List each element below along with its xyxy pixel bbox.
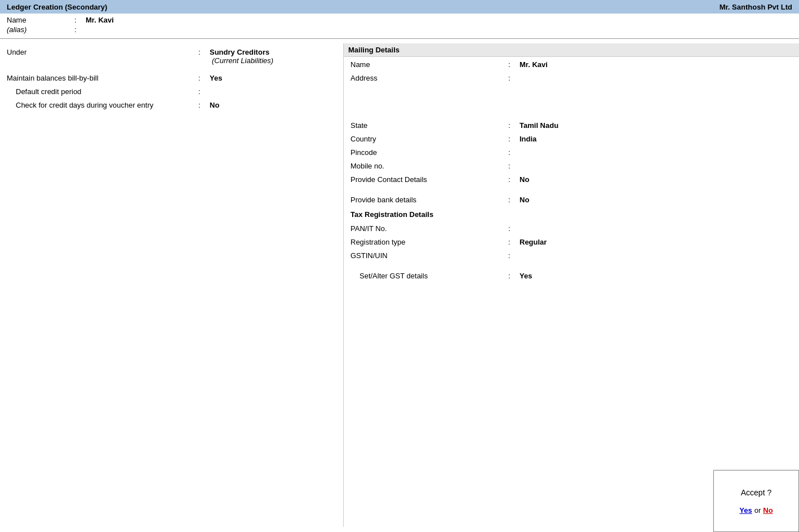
check-credit-value: No bbox=[210, 101, 219, 109]
under-value: Sundry Creditors (Current Liabilities) bbox=[210, 48, 273, 65]
under-value-sub: (Current Liabilities) bbox=[212, 56, 273, 65]
alias-row: (alias) : bbox=[7, 25, 792, 34]
mailing-name-colon: : bbox=[508, 60, 520, 69]
tax-reg-header-row: Tax Registration Details bbox=[350, 209, 792, 222]
mailing-content: Name : Mr. Kavi Address : State : Tamil … bbox=[344, 57, 799, 289]
pincode-colon: : bbox=[508, 148, 520, 157]
bank-details-value: No bbox=[520, 196, 529, 204]
mailing-address-colon: : bbox=[508, 74, 520, 82]
set-gst-value: Yes bbox=[520, 272, 532, 280]
contact-details-row: Provide Contact Details : No bbox=[350, 175, 792, 187]
accept-dialog: Accept ? Yes or No bbox=[713, 470, 799, 532]
state-label: State bbox=[350, 121, 508, 130]
pincode-row: Pincode : bbox=[350, 148, 792, 159]
gstin-row: GSTIN/UIN : bbox=[350, 251, 792, 263]
country-value: India bbox=[520, 135, 536, 143]
pan-label: PAN/IT No. bbox=[350, 224, 508, 233]
gstin-label: GSTIN/UIN bbox=[350, 251, 508, 260]
check-credit-label: Check for credit days during voucher ent… bbox=[7, 101, 198, 109]
name-value: Mr. Kavi bbox=[86, 16, 114, 24]
pan-colon: : bbox=[508, 224, 520, 233]
set-gst-row: Set/Alter GST details : Yes bbox=[350, 272, 792, 283]
name-colon: : bbox=[74, 16, 86, 24]
gap1 bbox=[350, 189, 792, 196]
pincode-label: Pincode bbox=[350, 148, 508, 157]
check-credit-row: Check for credit days during voucher ent… bbox=[7, 101, 336, 112]
main-divider bbox=[0, 38, 799, 39]
mailing-name-label: Name bbox=[350, 60, 508, 69]
mobile-row: Mobile no. : bbox=[350, 162, 792, 173]
bank-details-row: Provide bank details : No bbox=[350, 196, 792, 207]
country-row: Country : India bbox=[350, 135, 792, 146]
under-label: Under bbox=[7, 48, 198, 56]
left-gap1 bbox=[7, 67, 336, 74]
contact-details-value: No bbox=[520, 175, 529, 184]
main-content: Under : Sundry Creditors (Current Liabil… bbox=[0, 43, 799, 527]
reg-type-value: Regular bbox=[520, 238, 547, 246]
mailing-name-row: Name : Mr. Kavi bbox=[350, 60, 792, 72]
mobile-label: Mobile no. bbox=[350, 162, 508, 170]
bank-details-label: Provide bank details bbox=[350, 196, 508, 204]
under-colon: : bbox=[198, 48, 210, 56]
mailing-address-label: Address bbox=[350, 74, 508, 82]
window-title: Ledger Creation (Secondary) bbox=[7, 3, 107, 11]
default-credit-row: Default credit period : bbox=[7, 87, 336, 99]
check-credit-colon: : bbox=[198, 101, 210, 109]
reg-type-row: Registration type : Regular bbox=[350, 238, 792, 249]
gap2 bbox=[350, 265, 792, 272]
default-credit-colon: : bbox=[198, 87, 210, 96]
address-spacer bbox=[350, 87, 792, 121]
alias-colon: : bbox=[74, 25, 86, 34]
alias-label: (alias) bbox=[7, 25, 74, 34]
accept-title: Accept ? bbox=[741, 488, 771, 497]
accept-no-button[interactable]: No bbox=[763, 506, 773, 515]
default-credit-label: Default credit period bbox=[7, 87, 198, 96]
header-bar: Ledger Creation (Secondary) Mr. Santhosh… bbox=[0, 0, 799, 14]
set-gst-colon: : bbox=[508, 272, 520, 280]
gstin-colon: : bbox=[508, 251, 520, 260]
mobile-colon: : bbox=[508, 162, 520, 170]
left-panel: Under : Sundry Creditors (Current Liabil… bbox=[0, 43, 344, 527]
name-label: Name bbox=[7, 16, 74, 24]
mailing-name-value: Mr. Kavi bbox=[520, 60, 548, 69]
set-gst-label: Set/Alter GST details bbox=[350, 272, 508, 280]
accept-buttons: Yes or No bbox=[739, 506, 773, 515]
company-name: Mr. Santhosh Pvt Ltd bbox=[720, 3, 792, 11]
under-value-main: Sundry Creditors bbox=[210, 48, 269, 56]
country-label: Country bbox=[350, 135, 508, 143]
right-panel: Mailing Details Name : Mr. Kavi Address … bbox=[344, 43, 799, 527]
contact-details-colon: : bbox=[508, 175, 520, 184]
pan-row: PAN/IT No. : bbox=[350, 224, 792, 236]
accept-or-text: or bbox=[754, 506, 761, 515]
state-value: Tamil Nadu bbox=[520, 121, 558, 130]
tax-reg-header: Tax Registration Details bbox=[350, 209, 433, 220]
maintain-balances-value: Yes bbox=[210, 74, 222, 82]
reg-type-label: Registration type bbox=[350, 238, 508, 246]
under-field-row: Under : Sundry Creditors (Current Liabil… bbox=[7, 48, 336, 65]
state-row: State : Tamil Nadu bbox=[350, 121, 792, 132]
accept-yes-button[interactable]: Yes bbox=[739, 506, 752, 515]
name-row: Name : Mr. Kavi bbox=[7, 16, 792, 24]
country-colon: : bbox=[508, 135, 520, 143]
mailing-header: Mailing Details bbox=[344, 43, 799, 57]
reg-type-colon: : bbox=[508, 238, 520, 246]
maintain-balances-colon: : bbox=[198, 74, 210, 82]
maintain-balances-label: Maintain balances bill-by-bill bbox=[7, 74, 198, 82]
contact-details-label: Provide Contact Details bbox=[350, 175, 508, 184]
state-colon: : bbox=[508, 121, 520, 130]
bank-details-colon: : bbox=[508, 196, 520, 204]
mailing-address-row: Address : bbox=[350, 74, 792, 85]
maintain-balances-row: Maintain balances bill-by-bill : Yes bbox=[7, 74, 336, 85]
name-section: Name : Mr. Kavi (alias) : bbox=[0, 14, 799, 34]
